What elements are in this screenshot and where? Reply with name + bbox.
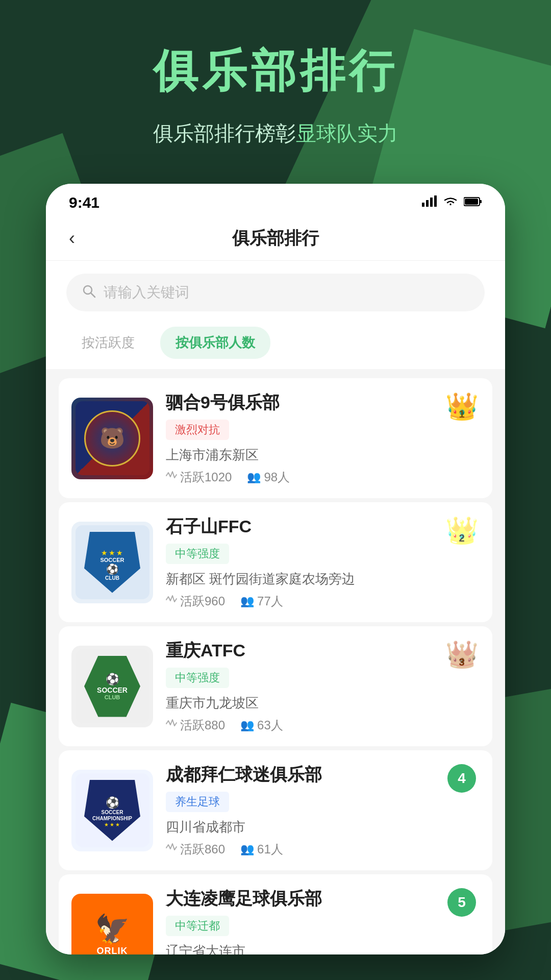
rank-circle-4: 4	[447, 764, 476, 793]
activity-icon-3	[166, 719, 177, 732]
phone-mockup: 9:41 ‹ 俱乐部排行 请输入关键词 按活跃度 按俱乐部人数	[46, 184, 505, 954]
svg-rect-3	[434, 195, 437, 207]
club-activity-4: 活跃860	[166, 841, 225, 857]
club-stats-1: 活跃1020 👥 98人	[166, 469, 480, 485]
svg-rect-5	[480, 200, 482, 203]
club-location-5: 辽宁省大连市	[166, 942, 480, 954]
club-info-5: 大连凌鹰足球俱乐部 中等迁都 辽宁省大连市 活跃730 👥 55人	[166, 887, 480, 954]
members-value-3: 63人	[257, 717, 283, 733]
main-title: 俱乐部排行	[0, 41, 551, 102]
club-logo-2: ★★★ SOCCER ⚽ CLUB	[71, 522, 153, 603]
rank-badge-5: 5	[444, 885, 480, 920]
club-tag-4: 养生足球	[166, 792, 229, 812]
rank-circle-5: 5	[447, 888, 476, 917]
club-logo-3: ⚽ SOCCER CLUB	[71, 646, 153, 727]
rank-badge-4: 4	[444, 761, 480, 796]
club-item-5[interactable]: 🦅 ORLIK 大连凌鹰足球俱乐部 中等迁都 辽宁省大连市 活跃730	[59, 874, 492, 954]
header-section: 俱乐部排行 俱乐部排行榜彰显球队实力	[0, 41, 551, 150]
back-button[interactable]: ‹	[69, 228, 75, 249]
rank-badge-1: 👑 1	[444, 388, 480, 424]
club-activity-1: 活跃1020	[166, 469, 232, 485]
club-list: 🐻 驷合9号俱乐部 激烈对抗 上海市浦东新区 活跃1020 👥	[46, 369, 505, 954]
club-tag-3: 中等强度	[166, 668, 229, 688]
club-location-3: 重庆市九龙坡区	[166, 694, 480, 712]
club-location-1: 上海市浦东新区	[166, 446, 480, 464]
club-info-3: 重庆ATFC 中等强度 重庆市九龙坡区 活跃880 👥 63人	[166, 639, 480, 733]
club-stats-4: 活跃860 👥 61人	[166, 841, 480, 857]
club-activity-3: 活跃880	[166, 717, 225, 733]
svg-rect-6	[465, 199, 478, 205]
club-info-1: 驷合9号俱乐部 激烈对抗 上海市浦东新区 活跃1020 👥 98人	[166, 391, 480, 485]
club-logo-4: ⚽ SOCCERCHAMPIONSHIP ★★★	[71, 770, 153, 851]
members-icon-2: 👥	[240, 595, 254, 608]
svg-rect-2	[430, 198, 433, 207]
rank-badge-2: 👑 2	[444, 512, 480, 548]
club-tag-2: 中等强度	[166, 544, 229, 564]
activity-value-1: 活跃1020	[180, 469, 232, 485]
members-icon-3: 👥	[240, 719, 254, 732]
search-placeholder: 请输入关键词	[104, 283, 189, 302]
club-tag-1: 激烈对抗	[166, 420, 229, 440]
club-logo-1: 🐻	[71, 398, 153, 479]
club-location-4: 四川省成都市	[166, 818, 480, 836]
search-icon	[82, 284, 96, 302]
club-members-1: 👥 98人	[247, 469, 290, 485]
activity-icon-4	[166, 843, 177, 856]
activity-value-2: 活跃960	[180, 593, 225, 609]
svg-rect-0	[422, 203, 424, 207]
status-time: 9:41	[69, 194, 99, 211]
members-value-1: 98人	[264, 469, 290, 485]
club-item-2[interactable]: ★★★ SOCCER ⚽ CLUB 石子山FFC 中等强度 新都区 斑竹园街道家…	[59, 502, 492, 622]
status-bar: 9:41	[46, 184, 505, 216]
filter-tabs: 按活跃度 按俱乐部人数	[46, 319, 505, 369]
sub-title: 俱乐部排行榜彰显球队实力	[0, 117, 551, 150]
search-container: 请输入关键词	[46, 261, 505, 319]
activity-icon-1	[166, 471, 177, 484]
activity-value-4: 活跃860	[180, 841, 225, 857]
club-name-3: 重庆ATFC	[166, 639, 480, 663]
svg-line-8	[91, 293, 95, 297]
activity-icon-2	[166, 595, 177, 608]
battery-icon	[464, 197, 482, 209]
club-activity-2: 活跃960	[166, 593, 225, 609]
club-members-2: 👥 77人	[240, 593, 283, 609]
activity-value-3: 活跃880	[180, 717, 225, 733]
rank-badge-3: 👑 3	[444, 636, 480, 672]
search-box[interactable]: 请输入关键词	[66, 274, 485, 311]
club-info-4: 成都拜仁球迷俱乐部 养生足球 四川省成都市 活跃860 👥 61人	[166, 763, 480, 857]
status-icons	[422, 195, 482, 210]
nav-bar: ‹ 俱乐部排行	[46, 216, 505, 261]
sub-title-prefix: 俱乐部排行榜彰	[153, 122, 296, 144]
members-value-2: 77人	[257, 593, 283, 609]
signal-icon	[422, 195, 437, 210]
sub-title-highlight: 显球队实力	[296, 122, 398, 145]
club-info-2: 石子山FFC 中等强度 新都区 斑竹园街道家庭农场旁边 活跃960 👥 77人	[166, 515, 480, 609]
club-item-3[interactable]: ⚽ SOCCER CLUB 重庆ATFC 中等强度 重庆市九龙坡区 活跃880	[59, 626, 492, 746]
club-name-2: 石子山FFC	[166, 515, 480, 538]
svg-rect-1	[426, 200, 429, 207]
wifi-icon	[443, 196, 458, 209]
club-members-4: 👥 61人	[240, 841, 283, 857]
club-name-5: 大连凌鹰足球俱乐部	[166, 887, 480, 911]
club-name-4: 成都拜仁球迷俱乐部	[166, 763, 480, 787]
members-icon-4: 👥	[240, 843, 254, 856]
club-item-1[interactable]: 🐻 驷合9号俱乐部 激烈对抗 上海市浦东新区 活跃1020 👥	[59, 378, 492, 498]
filter-tab-activity[interactable]: 按活跃度	[66, 327, 150, 359]
club-logo-5: 🦅 ORLIK	[71, 894, 153, 955]
club-stats-2: 活跃960 👥 77人	[166, 593, 480, 609]
members-icon-1: 👥	[247, 471, 261, 484]
filter-tab-members[interactable]: 按俱乐部人数	[160, 327, 270, 359]
nav-title: 俱乐部排行	[232, 227, 319, 250]
club-location-2: 新都区 斑竹园街道家庭农场旁边	[166, 570, 480, 588]
members-value-4: 61人	[257, 841, 283, 857]
club-name-1: 驷合9号俱乐部	[166, 391, 480, 414]
club-item-4[interactable]: ⚽ SOCCERCHAMPIONSHIP ★★★ 成都拜仁球迷俱乐部 养生足球 …	[59, 750, 492, 870]
club-stats-3: 活跃880 👥 63人	[166, 717, 480, 733]
club-tag-5: 中等迁都	[166, 916, 229, 936]
club-members-3: 👥 63人	[240, 717, 283, 733]
